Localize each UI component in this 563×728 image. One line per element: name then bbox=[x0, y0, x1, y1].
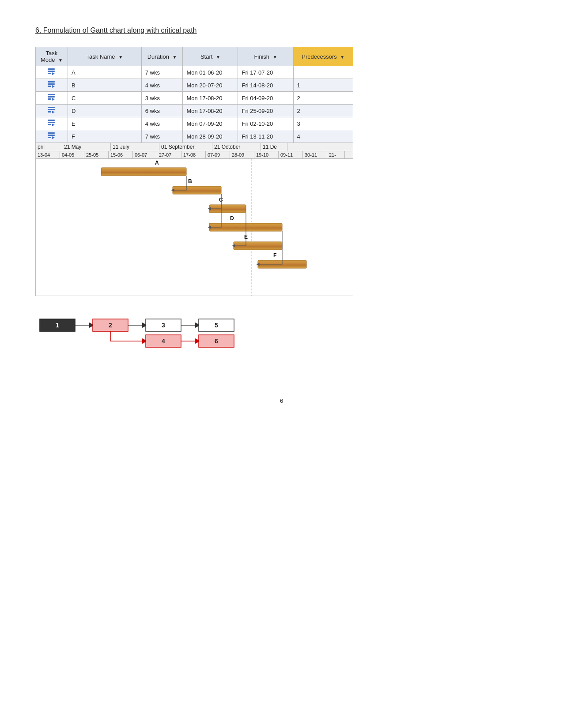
svg-rect-8 bbox=[48, 94, 55, 95]
th-task-name: Task Name ▼ bbox=[68, 47, 141, 66]
task-start: Mon 17-08-20 bbox=[183, 105, 238, 117]
table-row: A7 wksMon 01-06-20Fri 17-07-20 bbox=[36, 66, 353, 79]
task-duration: 7 wks bbox=[141, 66, 183, 79]
svg-rect-20 bbox=[48, 132, 55, 134]
gantt-header-date: 07-09 bbox=[206, 151, 230, 158]
task-mode-icon bbox=[36, 105, 68, 117]
task-start: Mon 07-09-20 bbox=[183, 117, 238, 130]
task-duration: 3 wks bbox=[141, 92, 183, 105]
gantt-header-month: 11 July bbox=[111, 143, 159, 151]
gantt-header-date: 28-09 bbox=[230, 151, 254, 158]
gantt-header-date: 19-10 bbox=[254, 151, 279, 158]
gantt-header-month: pril bbox=[36, 143, 62, 151]
cp-node-1-label: 1 bbox=[56, 322, 59, 329]
gantt-body: A B C D E F bbox=[36, 159, 353, 296]
svg-rect-17 bbox=[48, 122, 55, 123]
svg-marker-7 bbox=[52, 85, 55, 88]
task-mode-icon bbox=[36, 117, 68, 130]
gantt-bar-A bbox=[101, 168, 186, 176]
gantt-header-date: 04-05 bbox=[60, 151, 84, 158]
gantt-label-D: D bbox=[230, 215, 234, 221]
gantt-header-date: 06-07 bbox=[133, 151, 157, 158]
gantt-header-date: 27-07 bbox=[157, 151, 181, 158]
svg-marker-19 bbox=[52, 124, 55, 126]
gantt-svg: A B C D E F bbox=[36, 159, 353, 296]
th-predecessors: Predecessors ▼ bbox=[293, 47, 353, 66]
gantt-header-month: 11 De bbox=[261, 143, 287, 151]
gantt-header-date: 09-11 bbox=[279, 151, 303, 158]
svg-rect-13 bbox=[48, 109, 55, 110]
gantt-header-month: 21 May bbox=[62, 143, 111, 151]
gantt-header-date: 13-04 bbox=[36, 151, 60, 158]
task-finish: Fri 02-10-20 bbox=[238, 117, 293, 130]
cp-node-6-label: 6 bbox=[215, 338, 218, 345]
cp-node-4-label: 4 bbox=[162, 338, 165, 345]
cp-node-3-label: 3 bbox=[162, 322, 165, 329]
task-start: Mon 20-07-20 bbox=[183, 79, 238, 92]
task-pred: 2 bbox=[293, 105, 353, 117]
task-mode-icon bbox=[36, 130, 68, 143]
gantt-header-date: 17-08 bbox=[181, 151, 206, 158]
gantt-label-B: B bbox=[188, 178, 192, 184]
svg-rect-21 bbox=[48, 135, 55, 136]
task-start: Mon 17-08-20 bbox=[183, 92, 238, 105]
table-row: B4 wksMon 20-07-20Fri 14-08-201 bbox=[36, 79, 353, 92]
gantt-header-month: 01 September bbox=[159, 143, 212, 151]
gantt-label-A: A bbox=[155, 160, 159, 166]
task-name: E bbox=[68, 117, 141, 130]
task-pred: 3 bbox=[293, 117, 353, 130]
svg-marker-23 bbox=[52, 136, 55, 139]
critical-path-svg: 1 2 3 4 5 6 bbox=[35, 309, 256, 362]
svg-rect-16 bbox=[48, 120, 55, 121]
table-row: D6 wksMon 17-08-20Fri 25-09-202 bbox=[36, 105, 353, 117]
svg-rect-0 bbox=[48, 68, 55, 70]
task-name: A bbox=[68, 66, 141, 79]
task-pred: 2 bbox=[293, 92, 353, 105]
table-row: C3 wksMon 17-08-20Fri 04-09-202 bbox=[36, 92, 353, 105]
gantt-header-date: 21- bbox=[327, 151, 345, 158]
task-table: TaskMode ▼ Task Name ▼ Duration ▼ Start … bbox=[35, 47, 353, 143]
svg-marker-11 bbox=[52, 98, 55, 101]
gantt-header-date: 25-05 bbox=[84, 151, 109, 158]
th-finish: Finish ▼ bbox=[238, 47, 293, 66]
task-name: B bbox=[68, 79, 141, 92]
task-finish: Fri 17-07-20 bbox=[238, 66, 293, 79]
svg-rect-10 bbox=[48, 98, 51, 100]
gantt-label-F: F bbox=[273, 252, 276, 259]
cp-arrow-24 bbox=[110, 331, 145, 341]
svg-rect-5 bbox=[48, 83, 55, 85]
gantt-header-row2: 13-0404-0525-0515-0606-0727-0717-0807-09… bbox=[36, 151, 353, 159]
task-name: F bbox=[68, 130, 141, 143]
gantt-header-date: 15-06 bbox=[109, 151, 133, 158]
task-finish: Fri 14-08-20 bbox=[238, 79, 293, 92]
table-row: E4 wksMon 07-09-20Fri 02-10-203 bbox=[36, 117, 353, 130]
task-name: D bbox=[68, 105, 141, 117]
gantt-header-row1: pril21 May11 July01 September21 October1… bbox=[36, 143, 353, 151]
cp-node-5-label: 5 bbox=[215, 322, 218, 329]
gantt-header-date: 30-11 bbox=[303, 151, 327, 158]
task-finish: Fri 13-11-20 bbox=[238, 130, 293, 143]
th-start: Start ▼ bbox=[183, 47, 238, 66]
section-title: 6. Formulation of Gantt chart along with… bbox=[35, 26, 528, 34]
svg-rect-18 bbox=[48, 124, 51, 125]
task-mode-icon bbox=[36, 66, 68, 79]
task-mode-icon bbox=[36, 92, 68, 105]
svg-rect-4 bbox=[48, 81, 55, 83]
task-pred: 4 bbox=[293, 130, 353, 143]
svg-rect-22 bbox=[48, 137, 51, 138]
task-name: C bbox=[68, 92, 141, 105]
task-duration: 4 wks bbox=[141, 117, 183, 130]
task-duration: 4 wks bbox=[141, 79, 183, 92]
gantt-header-month: 21 October bbox=[212, 143, 261, 151]
critical-path-diagram: 1 2 3 4 5 6 bbox=[35, 309, 256, 362]
svg-rect-9 bbox=[48, 96, 55, 98]
svg-rect-2 bbox=[48, 73, 51, 74]
th-task-mode: TaskMode ▼ bbox=[36, 47, 68, 66]
svg-marker-15 bbox=[52, 111, 55, 113]
svg-rect-1 bbox=[48, 71, 55, 72]
task-finish: Fri 25-09-20 bbox=[238, 105, 293, 117]
cp-node-2-label: 2 bbox=[109, 322, 112, 329]
task-mode-icon bbox=[36, 79, 68, 92]
svg-rect-12 bbox=[48, 107, 55, 108]
task-start: Mon 28-09-20 bbox=[183, 130, 238, 143]
